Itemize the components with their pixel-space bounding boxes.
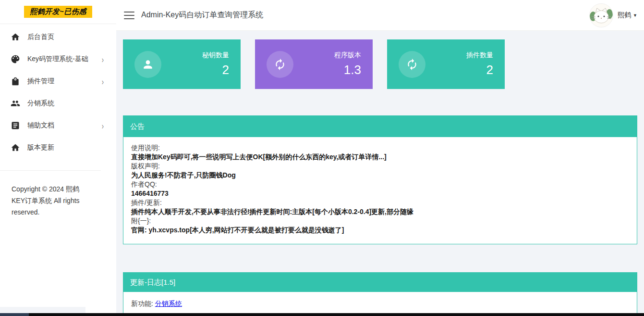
dev-banner: 熙鹤开发~已伤感 xyxy=(24,6,92,18)
top-header: Admin-Key码自动订单查询管理系统 熙鹤 ▼ xyxy=(116,0,644,31)
sidebar-item-version-update[interactable]: 版本更新 xyxy=(0,137,116,159)
sidebar-item-label: 版本更新 xyxy=(27,143,54,152)
sidebar-banner-area: 熙鹤开发~已伤感 xyxy=(0,0,116,24)
sidebar-item-label: 插件管理 xyxy=(27,77,54,86)
sidebar: 熙鹤开发~已伤感 后台首页 Key码管理系统-基础 › 插件管理 › xyxy=(0,0,116,316)
bottom-corner-strip xyxy=(0,307,85,313)
stat-value: 1.3 xyxy=(334,63,361,77)
stats-row: 秘钥数量 2 程序版本 1.3 插件数量 2 xyxy=(123,39,637,89)
chevron-down-icon[interactable]: ▼ xyxy=(633,13,637,18)
announcement-line: 插件纯本人顺手开发,不要从事非法行径!插件更新时间:主版本[每个小版本0.2-0… xyxy=(131,207,629,216)
sidebar-item-label: 后台首页 xyxy=(27,33,54,41)
stat-value: 2 xyxy=(202,63,229,77)
announcement-line: 官网: yh.xcvps.top[本人穷,网站打不开要么就是被打要么就是没钱逝了… xyxy=(131,226,629,235)
home-icon xyxy=(11,32,20,42)
announcement-line: 作者QQ: xyxy=(131,180,629,189)
bottom-taskbar-edge xyxy=(0,313,644,316)
copyright-text: Copyright © 2024 熙鹤KEY订单系统 All rights re… xyxy=(0,170,101,218)
changelog-body: 新功能: 分销系统 xyxy=(123,292,637,316)
sidebar-item-distribution[interactable]: 分销系统 xyxy=(0,92,116,114)
shopping-bag-icon xyxy=(11,76,20,86)
sidebar-item-dashboard[interactable]: 后台首页 xyxy=(0,26,116,48)
changelog-panel: 更新-日志[1.5] 新功能: 分销系统 xyxy=(123,272,637,316)
group-icon xyxy=(11,99,20,108)
announcement-line: 附{一}: xyxy=(131,216,629,226)
announcement-body: 使用说明: 直接增加Key码即可,将一些说明写上去便OK[额外别的什么东西的ke… xyxy=(123,137,637,244)
sidebar-item-plugin-management[interactable]: 插件管理 › xyxy=(0,70,116,92)
document-icon xyxy=(11,121,20,130)
announcement-panel-title: 公告 xyxy=(123,116,637,137)
avatar[interactable] xyxy=(589,3,613,27)
distribution-system-link[interactable]: 分销系统 xyxy=(155,300,182,307)
announcement-panel: 公告 使用说明: 直接增加Key码即可,将一些说明写上去便OK[额外别的什么东西… xyxy=(123,115,637,244)
announcement-line: 直接增加Key码即可,将一些说明写上去便OK[额外别的什么东西的key,或者订单… xyxy=(131,152,629,162)
stat-label: 插件数量 xyxy=(466,51,493,60)
announcement-line: 1466416773 xyxy=(131,189,629,198)
user-name[interactable]: 熙鹤 xyxy=(618,11,631,20)
sidebar-item-key-management[interactable]: Key码管理系统-基础 › xyxy=(0,48,116,70)
sidebar-item-label: 辅助文档 xyxy=(27,121,54,130)
stat-card-plugin-count: 插件数量 2 xyxy=(387,39,505,89)
home-icon xyxy=(11,143,20,152)
announcement-line: 为人民服务!不防君子,只防圈钱Dog xyxy=(131,171,629,180)
hamburger-menu-icon[interactable] xyxy=(124,12,134,19)
sidebar-item-label: Key码管理系统-基础 xyxy=(27,55,88,63)
sidebar-item-docs[interactable]: 辅助文档 › xyxy=(0,114,116,137)
chevron-right-icon: › xyxy=(102,121,104,131)
changelog-panel-title: 更新-日志[1.5] xyxy=(123,273,637,292)
announcement-line: 使用说明: xyxy=(131,143,629,152)
page-title: Admin-Key码自动订单查询管理系统 xyxy=(141,10,263,20)
stat-card-key-count: 秘钥数量 2 xyxy=(123,39,241,89)
stat-card-program-version: 程序版本 1.3 xyxy=(255,39,373,89)
main-content: 秘钥数量 2 程序版本 1.3 插件数量 2 公告 使用说明: xyxy=(116,31,644,316)
palette-icon xyxy=(11,54,20,64)
stat-label: 程序版本 xyxy=(334,51,361,60)
sync-icon xyxy=(399,51,425,78)
announcement-line: 插件/更新: xyxy=(131,198,629,207)
chevron-right-icon: › xyxy=(102,76,104,87)
sidebar-item-label: 分销系统 xyxy=(27,99,54,108)
stat-label: 秘钥数量 xyxy=(202,51,229,60)
changelog-entry-label: 新功能: xyxy=(131,300,153,307)
sync-icon xyxy=(267,51,293,78)
stat-value: 2 xyxy=(466,63,493,77)
chevron-right-icon: › xyxy=(102,54,104,64)
announcement-line: 版权声明: xyxy=(131,162,629,171)
person-icon xyxy=(134,51,161,78)
sidebar-menu: 后台首页 Key码管理系统-基础 › 插件管理 › 分销系统 辅 xyxy=(0,24,116,159)
header-user-area: 熙鹤 ▼ xyxy=(589,3,644,27)
